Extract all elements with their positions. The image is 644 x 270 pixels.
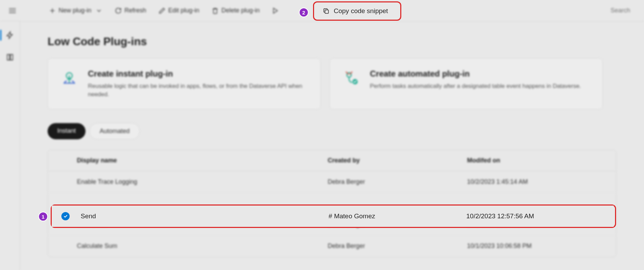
row-date: 10/2/2023 1:45:14 AM	[467, 178, 606, 186]
refresh-button[interactable]: Refresh	[110, 4, 151, 17]
svg-rect-3	[325, 10, 329, 13]
delete-plugin-button[interactable]: Delete plug-in	[207, 4, 264, 17]
copy-snippet-label: Copy code snippet	[334, 7, 388, 15]
new-plugin-label: New plug-in	[59, 7, 91, 14]
table-row[interactable]: Enable Trace Logging Debra Berger 10/2/2…	[48, 171, 616, 193]
chevron-down-icon	[95, 7, 102, 14]
tab-automated[interactable]: Automated	[90, 123, 140, 139]
instant-card-title: Create instant plug-in	[88, 69, 308, 79]
row-name: Calculate Sum	[77, 242, 328, 250]
checkmark-icon[interactable]	[61, 212, 70, 220]
new-plugin-button[interactable]: New plug-in	[44, 4, 107, 17]
hamburger-menu-icon[interactable]	[7, 5, 18, 16]
trash-icon	[212, 7, 219, 14]
header-created-by[interactable]: Created by	[328, 157, 467, 164]
copy-icon	[323, 8, 330, 14]
table-row[interactable]: Calculate Sum Debra Berger 10/1/2023 10:…	[48, 236, 616, 257]
refresh-icon	[115, 7, 122, 14]
search-input[interactable]: Search	[604, 3, 637, 18]
callout-badge-2: 2	[299, 8, 309, 17]
plus-icon	[49, 7, 56, 14]
automated-card-desc: Perform tasks automatically after a desi…	[370, 82, 581, 90]
edit-label: Edit plug-in	[168, 7, 199, 14]
touch-icon	[60, 69, 78, 87]
header-modified-on[interactable]: Modifed on	[467, 157, 606, 164]
play-button[interactable]	[267, 4, 284, 17]
play-icon	[272, 7, 279, 14]
edit-plugin-button[interactable]: Edit plug-in	[154, 4, 204, 17]
left-rail	[0, 21, 20, 270]
row-date: 10/1/2023 10:06:58 PM	[467, 242, 606, 250]
delete-label: Delete plug-in	[221, 7, 260, 14]
page-title: Low Code Plug-ins	[48, 35, 616, 48]
tab-instant[interactable]: Instant	[48, 123, 85, 139]
create-instant-card[interactable]: Create instant plug-in Reusable logic th…	[48, 58, 321, 109]
row-by: Debra Berger	[328, 178, 467, 186]
refresh-label: Refresh	[124, 7, 146, 14]
main-content: Low Code Plug-ins Create instant plug-in…	[20, 21, 644, 270]
row-name: Enable Trace Logging	[77, 178, 328, 186]
create-automated-card[interactable]: Create automated plug-in Perform tasks a…	[330, 58, 603, 109]
rail-plugins-icon[interactable]	[3, 28, 17, 42]
callout-badge-1: 1	[38, 212, 48, 221]
plugins-table: Display name Created by Modifed on Enabl…	[48, 150, 616, 257]
plug-icon	[342, 69, 360, 87]
row-by: Debra Berger	[328, 242, 467, 250]
instant-card-desc: Reusable logic that can be invoked in ap…	[88, 82, 308, 99]
rail-book-icon[interactable]	[3, 50, 17, 64]
row-by: # Mateo Gomez	[329, 212, 466, 220]
table-row-selected[interactable]: Send # Mateo Gomez 10/2/2023 12:57:56 AM	[52, 206, 614, 227]
row-name: Send	[81, 212, 329, 220]
copy-code-snippet-button[interactable]: Copy code snippet	[317, 3, 399, 19]
row-date: 10/2/2023 12:57:56 AM	[466, 212, 604, 220]
automated-card-title: Create automated plug-in	[370, 69, 581, 79]
header-display-name[interactable]: Display name	[77, 157, 328, 164]
edit-icon	[159, 7, 165, 14]
